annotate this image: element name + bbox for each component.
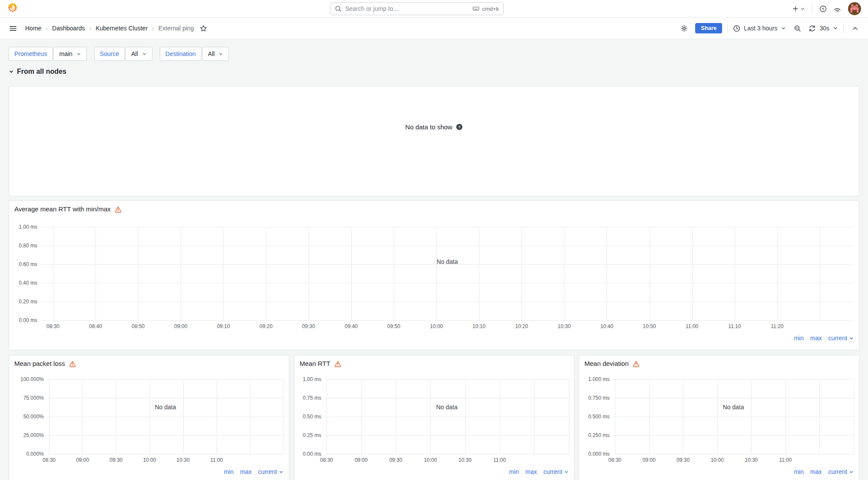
breadcrumb-separator: › (152, 25, 154, 32)
no-data-message: No data to show ? (405, 123, 462, 131)
time-range-picker[interactable]: Last 3 hours (733, 25, 786, 32)
panel-legend: minmaxcurrent (584, 468, 854, 475)
gridline-horizontal (41, 246, 854, 246)
favorite-button[interactable] (200, 25, 207, 32)
warning-icon[interactable] (334, 360, 341, 367)
help-button[interactable]: ? (819, 5, 827, 13)
x-axis-tick-label: 09:00 (76, 457, 89, 463)
y-axis-tick-label: 0.25 ms (303, 432, 321, 438)
warning-icon[interactable] (633, 360, 640, 367)
legend-current[interactable]: current (258, 468, 284, 475)
grafana-dashboard: cmd+k ? (0, 0, 868, 480)
zoom-out-button[interactable] (791, 22, 803, 34)
toolbar-divider (727, 23, 728, 33)
breadcrumb-item-kubernetes-cluster[interactable]: Kubernetes Cluster (96, 25, 148, 32)
x-axis-tick-label: 09:10 (217, 323, 230, 329)
refresh-interval-label: 30s (819, 25, 829, 32)
legend-min[interactable]: min (794, 335, 804, 342)
breadcrumb-item-dashboards[interactable]: Dashboards (52, 25, 85, 32)
gridline-vertical (717, 379, 718, 454)
y-axis-tick-label: 0.250 ms (588, 432, 610, 438)
y-axis-tick-label: 1.000 ms (588, 376, 610, 382)
plot-area[interactable]: No data (41, 227, 854, 320)
variable-value-datasource[interactable]: main (53, 47, 86, 61)
profile-button[interactable] (848, 2, 861, 15)
plot-area[interactable]: No data (47, 379, 284, 454)
legend-min[interactable]: min (224, 468, 234, 475)
x-axis-tick-label: 09:00 (174, 323, 187, 329)
gridline-vertical (534, 379, 535, 454)
question-circle-icon: ? (819, 5, 827, 13)
panel-mean-deviation[interactable]: Mean deviation 1.000 ms0.750 ms0.500 ms0… (579, 355, 859, 480)
gridline-vertical (649, 379, 650, 454)
legend-current[interactable]: current (828, 335, 854, 342)
x-axis: 08:3009:0009:3010:0010:3011:00 (613, 457, 854, 465)
grafana-logo[interactable] (7, 2, 18, 15)
refresh-button[interactable]: 30s (809, 25, 838, 32)
panel-header: Mean deviation (579, 355, 859, 367)
chevron-down-icon (76, 52, 81, 56)
x-axis-tick-label: 08:40 (89, 323, 102, 329)
legend-current[interactable]: current (543, 468, 569, 475)
row-header-from-all-nodes[interactable]: From all nodes (9, 66, 66, 77)
legend-current-label: current (258, 468, 277, 475)
gridline-vertical (436, 227, 437, 320)
time-series-chart: 1.000 ms0.750 ms0.500 ms0.250 ms0.000 ms… (584, 379, 854, 475)
legend-max[interactable]: max (240, 468, 251, 475)
no-data-text: No data to show (405, 123, 452, 131)
variable-value-destination[interactable]: All (202, 47, 229, 61)
y-axis-tick-label: 100.000% (20, 376, 44, 382)
no-data-label: No data (723, 404, 744, 411)
breadcrumb-item-home[interactable]: Home (25, 25, 41, 32)
x-axis-tick-label: 10:20 (515, 323, 528, 329)
menu-icon (9, 25, 17, 32)
news-button[interactable] (834, 5, 841, 13)
share-button[interactable]: Share (695, 23, 722, 34)
panel-no-data-to-show: No data to show ? (9, 86, 859, 196)
legend-min[interactable]: min (794, 468, 804, 475)
time-range-label: Last 3 hours (744, 25, 777, 32)
gridline-vertical (430, 379, 431, 454)
search-box[interactable]: cmd+k (330, 2, 504, 15)
warning-icon[interactable] (69, 360, 76, 367)
legend-max[interactable]: max (810, 468, 822, 475)
refresh-icon (809, 25, 816, 32)
new-button[interactable] (792, 5, 805, 12)
gridline-vertical (785, 379, 786, 454)
gridline-vertical (777, 227, 778, 320)
panel-average-mean-rtt[interactable]: Average mean RTT with min/max 1.00 ms0.8… (9, 201, 859, 350)
x-axis-tick-label: 08:50 (132, 323, 145, 329)
gridline-horizontal (47, 454, 284, 454)
variable-value-source[interactable]: All (125, 47, 152, 61)
question-circle-filled-icon[interactable]: ? (456, 123, 463, 130)
y-axis-tick-label: 0.40 ms (19, 280, 37, 286)
legend-max[interactable]: max (810, 335, 822, 342)
plot-area[interactable]: No data (613, 379, 854, 454)
panel-mean-rtt[interactable]: Mean RTT 1.00 ms0.75 ms0.50 ms0.25 ms0.0… (294, 355, 574, 480)
svg-text:?: ? (458, 125, 461, 129)
legend-current[interactable]: current (828, 468, 854, 475)
svg-text:?: ? (822, 7, 825, 11)
dashboard-settings-button[interactable] (678, 22, 690, 34)
variable-value-label: main (59, 50, 72, 57)
warning-icon[interactable] (115, 206, 122, 213)
gridline-vertical (819, 379, 820, 454)
x-axis-tick-label: 10:10 (472, 323, 485, 329)
collapse-toolbar-button[interactable] (849, 22, 861, 34)
y-axis: 100.000%75.000%50.000%25.000%0.000% (14, 379, 47, 454)
legend-max[interactable]: max (525, 468, 537, 475)
y-axis-tick-label: 25.000% (23, 432, 44, 438)
menu-toggle-button[interactable] (7, 22, 19, 34)
star-icon (200, 25, 207, 32)
panel-mean-packet-loss[interactable]: Mean packet loss 100.000%75.000%50.000%2… (9, 355, 289, 480)
search-input[interactable] (345, 5, 469, 12)
time-series-chart: 1.00 ms0.80 ms0.60 ms0.40 ms0.20 ms0.00 … (14, 227, 854, 342)
variable-value-label: All (208, 50, 215, 57)
toolbar-actions: Share Last 3 hours (678, 22, 861, 34)
variable-label-destination: Destination (160, 47, 201, 61)
legend-min[interactable]: min (509, 468, 519, 475)
plot-area[interactable]: No data (325, 379, 569, 454)
gridline-vertical (138, 227, 139, 320)
x-axis-tick-label: 10:30 (558, 323, 571, 329)
x-axis-tick-label: 11:00 (493, 457, 506, 463)
